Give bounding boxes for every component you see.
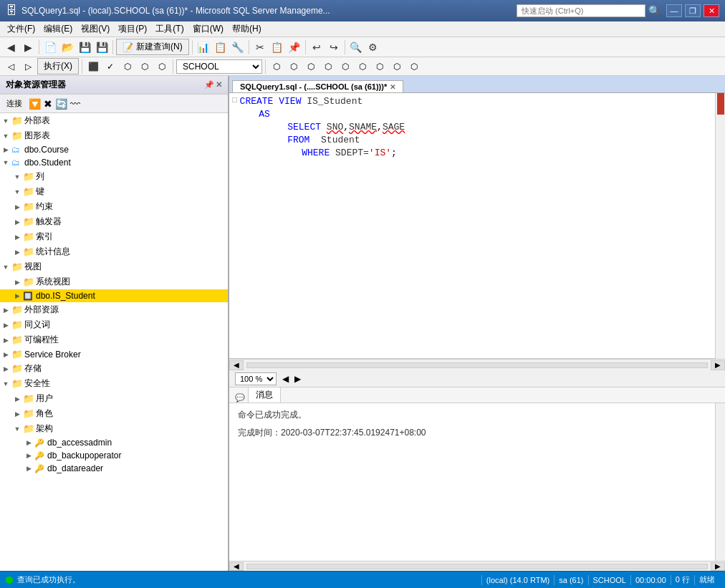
zoom-selector[interactable]: 100 % <box>235 372 277 385</box>
tree-expand-icon[interactable]: ▼ <box>0 117 11 125</box>
tree-item-10[interactable]: ▼📁视图 <box>0 259 228 274</box>
toolbar-icon-4[interactable]: 🔍 <box>348 39 364 55</box>
exec-icon-5[interactable]: ⬡ <box>154 59 170 74</box>
query-tab-1[interactable]: SQLQuery1.sql - (....SCHOOL (sa (61)))* … <box>232 80 403 92</box>
tree-expand-icon[interactable]: ▶ <box>23 465 34 472</box>
menu-project[interactable]: 项目(P) <box>114 21 151 37</box>
editor-vscroll[interactable] <box>715 93 725 359</box>
tree-expand-icon[interactable]: ▶ <box>11 249 23 256</box>
vscroll-track[interactable] <box>716 115 725 359</box>
tree-item-8[interactable]: ▶📁索引 <box>0 229 228 244</box>
hscroll-right[interactable]: ▶ <box>711 360 725 370</box>
undo-button[interactable]: ↩ <box>309 39 325 55</box>
tree-expand-icon[interactable]: ▶ <box>0 322 11 329</box>
parse-button[interactable]: ✓ <box>102 59 118 74</box>
query-tab-close[interactable]: ✕ <box>390 83 395 91</box>
tree-expand-icon[interactable]: ▼ <box>11 425 23 433</box>
execute-button[interactable]: 执行(X) <box>37 58 79 74</box>
results-hscroll-left[interactable]: ◀ <box>229 562 244 571</box>
tree-item-0[interactable]: ▼📁外部表 <box>0 113 228 128</box>
tree-expand-icon[interactable]: ▶ <box>23 452 34 459</box>
tree-item-24[interactable]: ▶🔑db_datareader <box>0 462 228 475</box>
scroll-right-icon[interactable]: ▶ <box>294 374 301 384</box>
refresh-icon[interactable]: 🔄 <box>55 98 67 110</box>
redo-button[interactable]: ↪ <box>326 39 342 55</box>
vscroll-thumb[interactable] <box>717 93 724 115</box>
messages-tab[interactable]: 消息 <box>248 387 281 403</box>
pin-icon[interactable]: 📌 <box>204 80 214 90</box>
tree-item-19[interactable]: ▶📁用户 <box>0 391 228 406</box>
tree-expand-icon[interactable]: ▶ <box>11 233 23 241</box>
tree-expand-icon[interactable]: ▶ <box>11 218 23 226</box>
tree-item-5[interactable]: ▼📁键 <box>0 184 228 199</box>
scroll-left-icon[interactable]: ◀ <box>282 374 289 384</box>
exec-icon-2[interactable]: ▷ <box>20 59 36 74</box>
tree-item-4[interactable]: ▼📁列 <box>0 169 228 184</box>
quick-launch-input[interactable] <box>517 4 645 17</box>
restore-button[interactable]: ❐ <box>685 4 701 17</box>
paste-button[interactable]: 📌 <box>287 39 302 55</box>
exec-icon-7[interactable]: ⬡ <box>286 59 302 74</box>
exec-icon-12[interactable]: ⬡ <box>372 59 388 74</box>
back-button[interactable]: ◀ <box>3 39 19 55</box>
database-selector[interactable]: SCHOOL <box>176 59 262 74</box>
search-oe-icon[interactable]: 〰 <box>70 98 80 110</box>
tree-item-6[interactable]: ▶📁约束 <box>0 199 228 214</box>
exec-icon-14[interactable]: ⬡ <box>406 59 422 74</box>
tree-item-20[interactable]: ▶📁角色 <box>0 406 228 421</box>
disconnect-icon[interactable]: ✖ <box>44 98 52 110</box>
exec-icon-4[interactable]: ⬡ <box>137 59 153 74</box>
new-file-button[interactable]: 📄 <box>42 39 58 55</box>
tree-expand-icon[interactable]: ▶ <box>11 292 23 299</box>
menu-window[interactable]: 窗口(W) <box>188 21 228 37</box>
tree-item-3[interactable]: ▼🗂dbo.Student <box>0 156 228 169</box>
menu-file[interactable]: 文件(F) <box>3 21 39 37</box>
tree-item-15[interactable]: ▶📁可编程性 <box>0 332 228 347</box>
minimize-button[interactable]: — <box>666 4 682 17</box>
tree-item-9[interactable]: ▶📁统计信息 <box>0 244 228 259</box>
tree-expand-icon[interactable]: ▶ <box>11 203 23 211</box>
exec-icon-9[interactable]: ⬡ <box>320 59 336 74</box>
tree-item-1[interactable]: ▼📁图形表 <box>0 128 228 143</box>
open-button[interactable]: 📂 <box>59 39 75 55</box>
exec-icon-3[interactable]: ⬡ <box>120 59 135 74</box>
tree-item-17[interactable]: ▶📁存储 <box>0 361 228 376</box>
tree-expand-icon[interactable]: ▶ <box>11 410 23 418</box>
tree-item-23[interactable]: ▶🔑db_backupoperator <box>0 449 228 462</box>
hscroll-track[interactable] <box>246 362 708 368</box>
results-hscroll-right[interactable]: ▶ <box>711 562 725 571</box>
exec-icon-8[interactable]: ⬡ <box>303 59 319 74</box>
toolbar-icon-2[interactable]: 📋 <box>213 39 229 55</box>
tree-expand-icon[interactable]: ▼ <box>11 188 23 196</box>
tree-item-16[interactable]: ▶📁Service Broker <box>0 347 228 361</box>
exec-icon-13[interactable]: ⬡ <box>389 59 405 74</box>
editor-hscroll[interactable]: ◀ ▶ <box>229 359 725 370</box>
tree-item-13[interactable]: ▶📁外部资源 <box>0 302 228 317</box>
tree-item-12[interactable]: ▶🔲dbo.IS_Student <box>0 289 228 302</box>
save-all-button[interactable]: 💾 <box>94 39 110 55</box>
stop-button[interactable]: ⬛ <box>85 59 101 74</box>
tree-expand-icon[interactable]: ▶ <box>0 307 11 314</box>
menu-view[interactable]: 视图(V) <box>77 21 114 37</box>
filter-icon[interactable]: 🔽 <box>29 98 41 110</box>
tree-expand-icon[interactable]: ▶ <box>0 337 11 344</box>
new-query-button[interactable]: 📝 新建查询(N) <box>116 39 189 55</box>
tree-expand-icon[interactable]: ▶ <box>0 146 11 153</box>
results-hscroll-track[interactable] <box>246 564 708 569</box>
tree-expand-icon[interactable]: ▶ <box>11 279 23 286</box>
tree-item-18[interactable]: ▼📁安全性 <box>0 376 228 391</box>
tree-item-2[interactable]: ▶🗂dbo.Course <box>0 143 228 156</box>
tree-expand-icon[interactable]: ▼ <box>11 173 23 180</box>
exec-icon-1[interactable]: ◁ <box>3 59 19 74</box>
menu-tools[interactable]: 工具(T) <box>151 21 188 37</box>
tree-expand-icon[interactable]: ▶ <box>0 365 11 372</box>
tree-expand-icon[interactable]: ▶ <box>23 439 34 446</box>
tree-expand-icon[interactable]: ▶ <box>0 351 11 358</box>
hscroll-left[interactable]: ◀ <box>229 360 244 370</box>
menu-help[interactable]: 帮助(H) <box>228 21 266 37</box>
menu-edit[interactable]: 编辑(E) <box>39 21 77 37</box>
panel-close-icon[interactable]: ✕ <box>216 80 222 90</box>
cut-button[interactable]: ✂ <box>252 39 268 55</box>
results-vscroll[interactable] <box>715 403 725 561</box>
tree-item-7[interactable]: ▶📁触发器 <box>0 214 228 229</box>
